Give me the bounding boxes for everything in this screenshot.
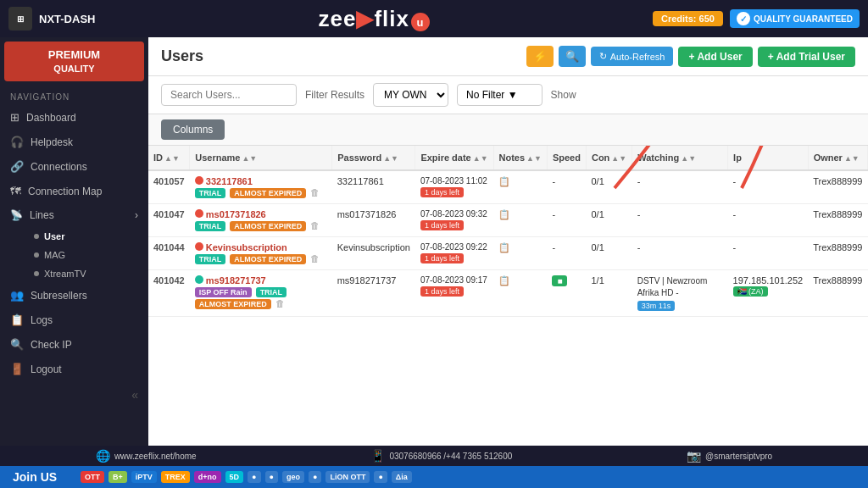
- cell-con: 0/1: [586, 237, 632, 270]
- almost-expired-badge: ALMOST EXPIRED: [230, 254, 306, 264]
- sidebar-item-label: Check IP: [31, 339, 72, 351]
- filter-results-label: Filter Results: [305, 89, 364, 101]
- columns-btn[interactable]: Columns: [161, 119, 225, 140]
- cell-notes: 📋: [493, 170, 547, 204]
- delete-icon[interactable]: 🗑: [310, 187, 320, 197]
- cell-id: 401057: [148, 170, 190, 204]
- sidebar-item-logout[interactable]: 🚪 Logout: [0, 357, 148, 381]
- almost-expired-badge: ALMOST EXPIRED: [195, 299, 271, 309]
- premium-line2: QUALITY: [11, 63, 137, 75]
- sidebar-sub-item-user[interactable]: User: [24, 227, 148, 246]
- footer-phone: 📱 03076680966 /+44 7365 512600: [370, 449, 512, 463]
- premium-badge: PREMIUM QUALITY: [4, 42, 144, 81]
- status-dot: [195, 176, 203, 185]
- col-owner: Owner▲▼: [808, 146, 867, 170]
- brand-dkno: d+no: [194, 471, 221, 483]
- log-icon: 📋: [10, 313, 24, 326]
- phone-icon: 📱: [370, 449, 385, 463]
- content-area: Users ⚡ 🔍 ↻ Auto-Refresh + Add User + Ad…: [148, 37, 868, 446]
- username-link[interactable]: ms017371826: [206, 209, 266, 219]
- sidebar-item-check-ip[interactable]: 🔍 Check IP: [0, 332, 148, 357]
- username-link[interactable]: ms918271737: [206, 275, 266, 286]
- my-own-select[interactable]: MY OWN: [373, 83, 448, 107]
- users-table-container: ID▲▼ Username▲▼ Password▲▼ Expire date▲▼…: [148, 146, 868, 446]
- cell-notes: 📋: [493, 237, 547, 270]
- cell-expire: 07-08-2023 09:17 1 days left: [415, 270, 493, 317]
- search-input[interactable]: [161, 84, 297, 106]
- auto-refresh-btn[interactable]: ↻ Auto-Refresh: [591, 47, 674, 66]
- add-trial-btn[interactable]: + Add Trial User: [758, 47, 855, 67]
- chevron-right-icon: ›: [135, 209, 138, 221]
- sidebar-sub-item-mag[interactable]: MAG: [24, 246, 148, 264]
- no-filter-select[interactable]: No Filter ▼: [457, 84, 542, 106]
- flag-badge: 🇿🇦 (ZA): [733, 286, 768, 297]
- cell-watching: -: [632, 237, 728, 270]
- brand-sd: 5D: [225, 471, 244, 483]
- grid-icon: ⊞: [10, 111, 19, 124]
- table-row: 401042 ms918271737 ISP OFF Rain TRIAL AL…: [148, 270, 868, 317]
- checkip-icon: 🔍: [10, 338, 24, 351]
- dot-icon: [34, 234, 39, 239]
- sidebar-item-helpdesk[interactable]: 🎧 Helpdesk: [0, 130, 148, 154]
- nav-section-label: Navigation: [0, 86, 148, 105]
- dot-icon: [34, 271, 39, 276]
- sidebar-item-label: Connections: [31, 161, 87, 173]
- isp-badge: ISP OFF Rain: [195, 287, 252, 297]
- footer: 🌐 www.zeeflix.net/home 📱 03076680966 /+4…: [0, 446, 868, 466]
- content-header: Users ⚡ 🔍 ↻ Auto-Refresh + Add User + Ad…: [148, 37, 868, 76]
- search-icon-btn[interactable]: 🔍: [559, 46, 586, 67]
- filter-icon-btn[interactable]: ⚡: [526, 46, 554, 67]
- delete-icon[interactable]: 🗑: [310, 253, 320, 263]
- sidebar-item-connection-map[interactable]: 🗺 Connection Map: [0, 179, 148, 203]
- cell-expire: 07-08-2023 09:22 1 days left: [415, 237, 493, 270]
- join-label: Join US: [13, 470, 72, 484]
- table-row: 401044 Kevinsubscription TRIAL ALMOST EX…: [148, 237, 868, 270]
- topbar: ⊞ NXT-DASH zee▶flixu Credits: 650 ✓ QUAL…: [0, 0, 868, 37]
- lines-label: Lines: [30, 209, 54, 221]
- user-label: User: [44, 231, 64, 241]
- premium-line1: PREMIUM: [11, 48, 137, 63]
- cell-id: 401047: [148, 204, 190, 237]
- globe-icon: 🌐: [96, 449, 110, 463]
- username-link[interactable]: 332117861: [206, 176, 253, 186]
- almost-expired-badge: ALMOST EXPIRED: [230, 188, 306, 198]
- main-layout: PREMIUM QUALITY Navigation ⊞ Dashboard 🎧…: [0, 37, 868, 446]
- status-dot: [195, 209, 203, 218]
- users-icon: 👥: [10, 289, 24, 302]
- delete-icon[interactable]: 🗑: [310, 220, 320, 230]
- flix-text: flix: [374, 6, 409, 31]
- u-badge: u: [411, 13, 430, 31]
- sidebar-collapse-btn[interactable]: «: [0, 381, 148, 408]
- sidebar-item-subresellers[interactable]: 👥 Subresellers: [0, 283, 148, 308]
- brand-misc3: ●: [309, 471, 321, 483]
- quality-label: QUALITY GUARANTEED: [754, 14, 853, 24]
- sidebar-item-lines[interactable]: 📡 Lines ›: [0, 203, 148, 227]
- table-header-row: ID▲▼ Username▲▼ Password▲▼ Expire date▲▼…: [148, 146, 868, 170]
- cell-username: ms017371826 TRIAL ALMOST EXPIRED 🗑: [190, 204, 332, 237]
- join-bar: Join US OTT B+ iPTV TREX d+no 5D ● ● geo…: [0, 466, 868, 488]
- header-actions: ⚡ 🔍 ↻ Auto-Refresh + Add User + Add Tria…: [526, 46, 855, 67]
- almost-expired-badge: ALMOST EXPIRED: [230, 221, 306, 231]
- trial-badge: TRIAL: [195, 188, 226, 198]
- xtreamtv-label: XtreamTV: [44, 269, 86, 279]
- col-ip: Ip: [728, 146, 809, 170]
- cell-username: ms918271737 ISP OFF Rain TRIAL ALMOST EX…: [190, 270, 332, 317]
- footer-website: 🌐 www.zeeflix.net/home: [96, 449, 197, 463]
- sidebar-item-logs[interactable]: 📋 Logs: [0, 308, 148, 332]
- add-user-btn[interactable]: + Add User: [678, 47, 752, 67]
- delete-icon[interactable]: 🗑: [275, 298, 285, 308]
- cell-password: ms017371826: [332, 204, 415, 237]
- brand-logo-left: ⊞ NXT-DASH: [8, 7, 95, 30]
- cell-password: Kevinsubscription: [332, 237, 415, 270]
- trial-badge: TRIAL: [195, 254, 226, 264]
- username-link[interactable]: Kevinsubscription: [206, 242, 287, 252]
- brand-dia: Δia: [392, 471, 412, 483]
- cell-notes: 📋: [493, 270, 547, 317]
- sidebar-sub-item-xtreamtv[interactable]: XtreamTV: [24, 264, 148, 283]
- sidebar-item-connections[interactable]: 🔗 Connections: [0, 154, 148, 179]
- status-dot: [195, 275, 203, 284]
- sidebar-item-dashboard[interactable]: ⊞ Dashboard: [0, 105, 148, 130]
- cell-watching: -: [632, 204, 728, 237]
- cell-ip: -: [728, 170, 809, 204]
- brand-bein: B+: [108, 471, 127, 483]
